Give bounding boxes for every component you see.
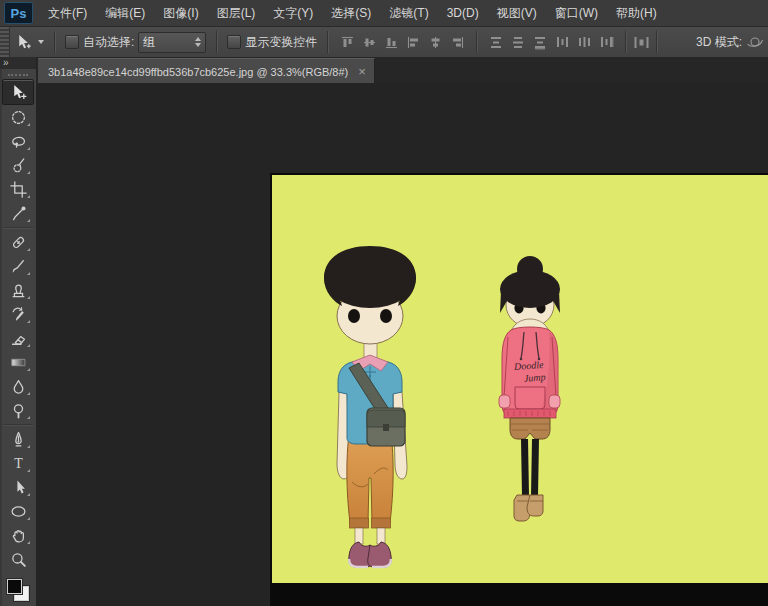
girl-figure: Doodle Jump: [477, 247, 582, 532]
separator: [54, 31, 55, 53]
panel-grip[interactable]: [8, 74, 28, 76]
stepper-icon: [195, 37, 201, 47]
menu-item-type[interactable]: 文字(Y): [264, 0, 322, 26]
align-left-edges-icon[interactable]: [404, 33, 422, 51]
tools-separator: [3, 424, 33, 425]
tool-hand[interactable]: [3, 523, 33, 547]
mode-3d-label: 3D 模式:: [696, 34, 742, 51]
move-tool-preset-icon: [14, 33, 32, 51]
distribute-horizontal-centers-icon[interactable]: [575, 33, 593, 51]
document-canvas[interactable]: Doodle Jump: [270, 173, 768, 606]
tool-crop[interactable]: [3, 177, 33, 201]
align-horizontal-centers-icon[interactable]: [426, 33, 444, 51]
tool-gradient[interactable]: [3, 350, 33, 374]
menu-item-3d[interactable]: 3D(D): [438, 0, 488, 26]
menu-item-file[interactable]: 文件(F): [39, 0, 96, 26]
auto-select-dropdown[interactable]: 组: [138, 32, 206, 53]
menu-item-view[interactable]: 视图(V): [488, 0, 546, 26]
svg-text:Doodle: Doodle: [513, 359, 545, 372]
boy-figure: [302, 242, 442, 582]
options-bar: 自动选择: 组 显示变换控件: [0, 27, 768, 58]
menu-item-window[interactable]: 窗口(W): [546, 0, 607, 26]
tool-ellipse-shape[interactable]: [3, 499, 33, 523]
tool-history-brush[interactable]: [3, 302, 33, 326]
auto-select-checkbox[interactable]: [65, 35, 79, 49]
show-transform-label: 显示变换控件: [245, 34, 317, 51]
tool-move[interactable]: [2, 79, 34, 105]
tool-preset-picker[interactable]: [10, 33, 48, 51]
menu-item-help[interactable]: 帮助(H): [607, 0, 666, 26]
tool-clone-stamp[interactable]: [3, 278, 33, 302]
tool-blur[interactable]: [3, 374, 33, 398]
tool-lasso[interactable]: [3, 129, 33, 153]
color-swatches[interactable]: [6, 577, 30, 606]
distribute-buttons: [483, 33, 619, 51]
align-bottom-edges-icon[interactable]: [382, 33, 400, 51]
document-tab-title: 3b1a48e89ce14cd99ffbd536b7cb625e.jpg @ 3…: [48, 66, 348, 78]
tool-dodge[interactable]: [3, 398, 33, 422]
distribute-vertical-centers-icon[interactable]: [509, 33, 527, 51]
distribute-bottom-edges-icon[interactable]: [531, 33, 549, 51]
options-bar-grip[interactable]: [0, 27, 10, 57]
menu-bar: Ps 文件(F) 编辑(E) 图像(I) 图层(L) 文字(Y) 选择(S) 滤…: [0, 0, 768, 27]
photoshop-window: Ps 文件(F) 编辑(E) 图像(I) 图层(L) 文字(Y) 选择(S) 滤…: [0, 0, 768, 606]
distribute-spacing-icon[interactable]: [632, 33, 650, 51]
document-tab-bar: 3b1a48e89ce14cd99ffbd536b7cb625e.jpg @ 3…: [36, 57, 768, 84]
separator: [327, 31, 328, 53]
align-buttons: [334, 33, 470, 51]
auto-select-group: 自动选择: 组: [61, 32, 210, 53]
chevron-down-icon: [38, 40, 44, 44]
distribute-left-edges-icon[interactable]: [553, 33, 571, 51]
svg-text:Jump: Jump: [524, 371, 546, 383]
svg-text:T: T: [14, 456, 23, 471]
align-vertical-centers-icon[interactable]: [360, 33, 378, 51]
menu-item-image[interactable]: 图像(I): [154, 0, 207, 26]
separator: [625, 31, 626, 53]
menu-item-filter[interactable]: 滤镜(T): [380, 0, 437, 26]
align-right-edges-icon[interactable]: [448, 33, 466, 51]
show-transform-group: 显示变换控件: [223, 34, 321, 51]
tool-eraser[interactable]: [3, 326, 33, 350]
foreground-color-swatch[interactable]: [7, 579, 22, 594]
auto-select-value: 组: [143, 34, 155, 51]
tool-brush[interactable]: [3, 254, 33, 278]
collapse-panel-button[interactable]: »: [0, 57, 36, 69]
menu-item-edit[interactable]: 编辑(E): [96, 0, 154, 26]
artwork-bottom-band: [272, 583, 768, 606]
distribute-top-edges-icon[interactable]: [487, 33, 505, 51]
photoshop-logo: Ps: [4, 2, 33, 24]
tool-pen[interactable]: [3, 427, 33, 451]
tool-elliptical-marquee[interactable]: [3, 105, 33, 129]
auto-select-label: 自动选择:: [83, 34, 134, 51]
tool-path-selection[interactable]: [3, 475, 33, 499]
artwork-image: Doodle Jump: [272, 175, 768, 583]
document-tab[interactable]: 3b1a48e89ce14cd99ffbd536b7cb625e.jpg @ 3…: [38, 58, 375, 84]
mode-3d-group: 3D 模式:: [692, 33, 768, 51]
show-transform-checkbox[interactable]: [227, 35, 241, 49]
separator: [476, 31, 477, 53]
tool-quick-selection[interactable]: [3, 153, 33, 177]
menu-items: 文件(F) 编辑(E) 图像(I) 图层(L) 文字(Y) 选择(S) 滤镜(T…: [39, 0, 666, 26]
tool-spot-healing-brush[interactable]: [3, 230, 33, 254]
tools-separator: [3, 227, 33, 228]
close-tab-icon[interactable]: ×: [358, 65, 366, 78]
tool-zoom[interactable]: [3, 547, 33, 571]
distribute-right-edges-icon[interactable]: [597, 33, 615, 51]
menu-item-select[interactable]: 选择(S): [322, 0, 380, 26]
align-top-edges-icon[interactable]: [338, 33, 356, 51]
tool-eyedropper[interactable]: [3, 201, 33, 225]
tools-panel: »: [0, 57, 37, 606]
3d-rotate-icon[interactable]: [746, 33, 764, 51]
tool-type[interactable]: T: [3, 451, 33, 475]
separator: [216, 31, 217, 53]
separator: [656, 31, 657, 53]
menu-item-layer[interactable]: 图层(L): [208, 0, 265, 26]
canvas-area[interactable]: Doodle Jump: [36, 83, 768, 606]
